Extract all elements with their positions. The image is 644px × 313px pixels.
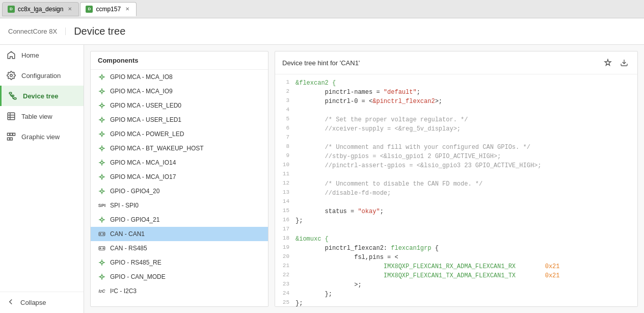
line-number: 12	[275, 179, 296, 186]
list-item[interactable]: GPIO MCA - USER_LED0	[91, 98, 268, 113]
code-line: 19 pinctrl_flexcan2: flexcan1grp {	[275, 244, 637, 253]
gpio-icon	[98, 159, 106, 167]
collapse-button[interactable]: Collapse	[0, 292, 84, 313]
line-number: 7	[275, 134, 296, 140]
svg-rect-15	[8, 138, 10, 140]
svg-point-69	[103, 233, 104, 234]
list-item[interactable]: CAN - RS485	[91, 241, 268, 255]
list-item-label: GPIO MCA - POWER_LED	[110, 131, 184, 138]
line-code: /* Uncomment and fill with your configur…	[296, 143, 637, 152]
sidebar-item-graphic-view[interactable]: Graphic view	[0, 126, 84, 147]
line-code: &iomuxc {	[296, 234, 637, 244]
svg-rect-12	[8, 133, 10, 136]
code-line: 5 /* Set the proper voltage regulator. *…	[275, 115, 637, 124]
sidebar-item-home[interactable]: Home	[0, 45, 84, 65]
gpio-icon	[98, 130, 106, 138]
components-panel: Components GPIO MCA - MCA_IO8GPIO MCA - …	[90, 51, 269, 307]
gpio-icon	[98, 216, 106, 224]
line-code: IMX8QXP_FLEXCAN1_TX_ADMA_FLEXCAN1_TX 0x2…	[296, 271, 637, 280]
code-line: 15 status = "okay";	[275, 207, 637, 216]
gpio-icon	[98, 73, 106, 81]
sidebar-item-table-view[interactable]: Table view	[0, 106, 84, 126]
svg-point-52	[101, 176, 103, 178]
line-code: //pinctrl-assert-gpios = <&lsio_gpio3 23…	[296, 161, 637, 170]
list-item-label: CAN - RS485	[110, 245, 147, 252]
content-area: Components GPIO MCA - MCA_IO8GPIO MCA - …	[84, 45, 644, 313]
code-line: 11	[275, 170, 637, 179]
code-line: 24 };	[275, 290, 637, 299]
gear-icon	[6, 70, 16, 81]
list-item[interactable]: GPIO MCA - USER_LED1	[91, 113, 268, 127]
line-code: //xceiver-supply = <&reg_5v_display>;	[296, 124, 637, 134]
line-code: /* Uncomment to disable the CAN FD mode.…	[296, 179, 637, 189]
list-item[interactable]: I2CI²C - I2C3	[91, 284, 268, 298]
line-number: 15	[275, 207, 296, 214]
list-item-label: CAN - CAN1	[110, 230, 145, 238]
list-item[interactable]: GPIO - RS485_RE	[91, 255, 268, 270]
list-item[interactable]: GPIO MCA - MCA_IO8	[91, 70, 268, 84]
tab-bar: D cc8x_lga_design ✕ D ccmp157 ✕	[0, 0, 644, 18]
gpio-icon	[98, 273, 106, 281]
line-number: 4	[275, 106, 296, 113]
code-line: 3 pinctrl-0 = <&pinctrl_flexcan2>;	[275, 97, 637, 106]
svg-point-71	[100, 248, 101, 249]
list-item[interactable]: GPIO MCA - MCA_IO17	[91, 170, 268, 184]
svg-rect-14	[13, 133, 15, 136]
line-code: pinctrl_flexcan2: flexcan1grp {	[296, 244, 637, 253]
svg-point-78	[101, 276, 103, 278]
code-line: 1&flexcan2 {	[275, 79, 637, 88]
line-code: };	[296, 299, 637, 306]
sidebar-item-configuration[interactable]: Configuration	[0, 65, 84, 86]
list-item[interactable]: GPIO - GPIO4_20	[91, 184, 268, 198]
tab-cc8x-close[interactable]: ✕	[66, 6, 73, 12]
table-icon	[6, 111, 16, 121]
line-code: };	[296, 216, 637, 225]
tab-cc8x[interactable]: D cc8x_lga_design ✕	[2, 2, 79, 16]
svg-point-73	[101, 262, 103, 264]
list-item[interactable]: GPIO MCA - MCA_IO14	[91, 155, 268, 170]
list-item[interactable]: GPIO MCA - BT_WAKEUP_HOST	[91, 141, 268, 155]
line-number: 24	[275, 290, 296, 296]
list-item[interactable]: SPISPI - SPI0	[91, 198, 268, 213]
tab-ccmp-close[interactable]: ✕	[124, 6, 131, 12]
list-item[interactable]: GPIO MCA - POWER_LED	[91, 127, 268, 141]
code-panel-title: Device tree hint for 'CAN1'	[282, 59, 360, 67]
svg-rect-1	[9, 92, 12, 94]
graphic-icon	[6, 132, 16, 142]
header: ConnectCore 8X Device tree	[0, 18, 644, 45]
sidebar-item-device-tree[interactable]: Device tree	[0, 86, 84, 106]
tab-ccmp[interactable]: D ccmp157 ✕	[80, 2, 137, 16]
list-item-label: GPIO - GPIO4_20	[110, 188, 159, 195]
line-number: 23	[275, 280, 296, 287]
svg-point-42	[101, 147, 103, 150]
gpio-icon	[98, 173, 106, 181]
collapse-icon	[6, 297, 15, 308]
list-item[interactable]: GPIO - GPIO4_21	[91, 213, 268, 227]
list-item[interactable]: GPIO - CAN_MODE	[91, 270, 268, 284]
code-line: 2 pinctrl-names = "default";	[275, 88, 637, 97]
i2c-icon: I2C	[98, 287, 106, 295]
list-item-label: GPIO MCA - BT_WAKEUP_HOST	[110, 145, 204, 152]
svg-point-0	[10, 74, 13, 77]
code-line: 20 fsl,pins = <	[275, 253, 637, 262]
tab-cc8x-label: cc8x_lga_design	[18, 6, 63, 13]
code-line: 17	[275, 225, 637, 234]
line-code: pinctrl-names = "default";	[296, 88, 637, 97]
list-item[interactable]: GPIO MCA - MCA_IO9	[91, 84, 268, 98]
code-line: 7	[275, 134, 637, 143]
export-button[interactable]	[618, 57, 630, 69]
code-line: 9 //stby-gpios = <&lsio_gpio1 2 GPIO_ACT…	[275, 152, 637, 161]
list-item[interactable]: CAN - CAN1	[91, 227, 268, 241]
svg-rect-13	[10, 133, 13, 136]
line-code: //disable-fd-mode;	[296, 189, 637, 198]
line-number: 18	[275, 234, 296, 241]
pin-button[interactable]	[602, 57, 614, 69]
sidebar-device-tree-label: Device tree	[23, 92, 58, 100]
line-code: pinctrl-0 = <&pinctrl_flexcan2>;	[296, 97, 637, 106]
spi-icon: SPI	[98, 201, 106, 210]
line-number: 22	[275, 271, 296, 278]
line-number: 14	[275, 198, 296, 204]
svg-point-22	[101, 90, 103, 93]
svg-point-37	[101, 133, 103, 136]
components-list[interactable]: GPIO MCA - MCA_IO8GPIO MCA - MCA_IO9GPIO…	[91, 70, 268, 306]
